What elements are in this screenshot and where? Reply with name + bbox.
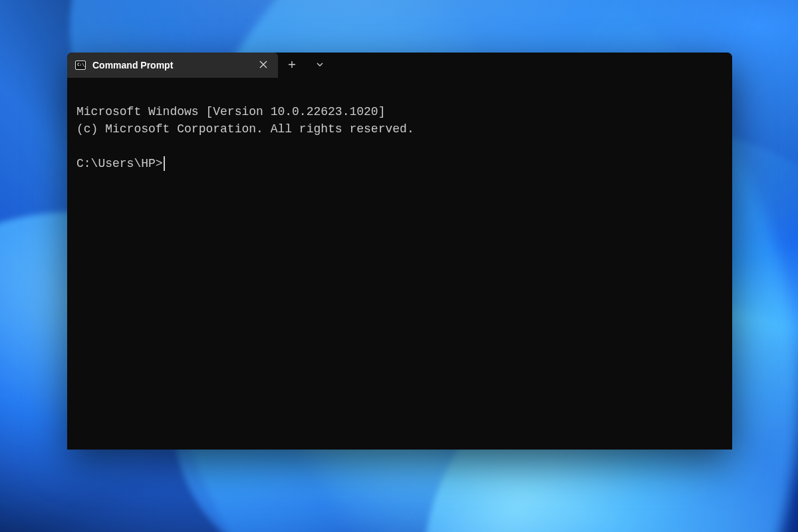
svg-text:C:\_: C:\_ [77,62,86,67]
terminal-output[interactable]: Microsoft Windows [Version 10.0.22623.10… [67,78,732,180]
tab-title: Command Prompt [92,60,249,70]
window-titlebar[interactable]: C:\_ Command Prompt [67,53,732,78]
tab-close-button[interactable] [255,57,271,73]
close-icon [259,59,267,71]
new-tab-button[interactable] [278,53,306,78]
tab-command-prompt[interactable]: C:\_ Command Prompt [67,53,278,78]
tab-dropdown-button[interactable] [306,53,334,78]
terminal-line: (c) Microsoft Corporation. All rights re… [76,122,414,136]
terminal-prompt: C:\Users\HP> [76,155,163,172]
chevron-down-icon [316,59,324,71]
terminal-line: Microsoft Windows [Version 10.0.22623.10… [76,105,385,118]
terminal-prompt-line: C:\Users\HP> [76,155,723,172]
terminal-window: C:\_ Command Prompt [67,53,732,450]
titlebar-drag-region[interactable] [334,53,732,78]
terminal-cursor [164,156,165,171]
plus-icon [288,59,296,71]
command-prompt-icon: C:\_ [75,60,86,70]
